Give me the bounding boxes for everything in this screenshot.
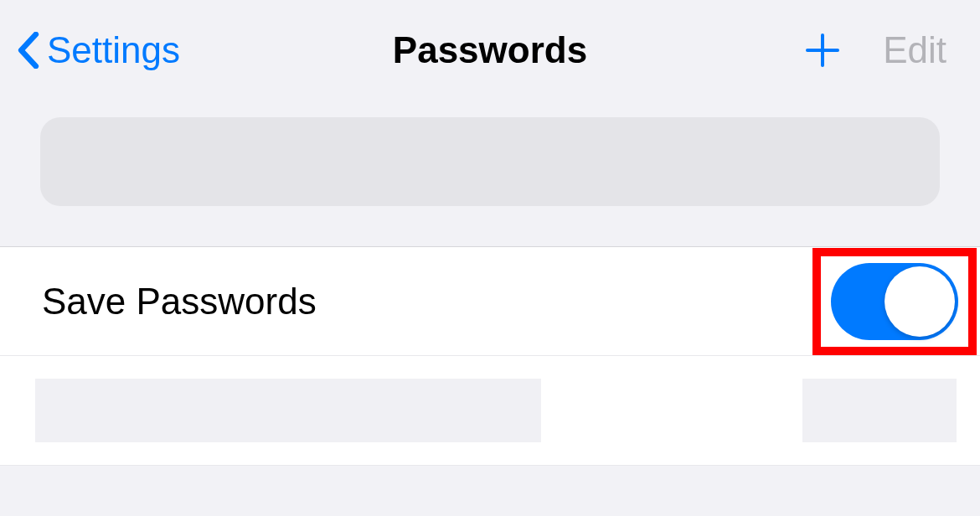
search-input[interactable]	[40, 117, 940, 206]
list-item[interactable]	[0, 356, 980, 466]
toggle-knob	[885, 266, 955, 337]
nav-header: Settings Passwords Edit	[0, 0, 980, 92]
edit-button[interactable]: Edit	[883, 29, 946, 71]
search-bar-container	[0, 92, 980, 246]
save-passwords-label: Save Passwords	[42, 281, 317, 322]
page-title: Passwords	[393, 29, 587, 71]
header-actions: Edit	[804, 29, 946, 71]
save-passwords-row: Save Passwords	[0, 247, 980, 356]
highlight-annotation	[812, 248, 977, 355]
chevron-back-icon	[17, 32, 40, 69]
back-label: Settings	[47, 29, 180, 71]
save-passwords-toggle[interactable]	[831, 263, 958, 340]
placeholder-block	[35, 379, 541, 442]
back-button[interactable]: Settings	[17, 29, 180, 71]
placeholder-block	[802, 379, 957, 442]
add-button[interactable]	[804, 32, 841, 69]
